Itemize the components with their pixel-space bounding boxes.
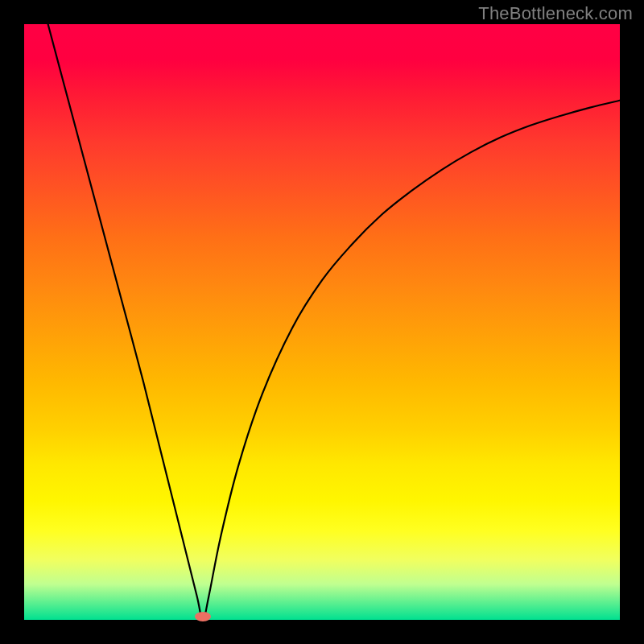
bottleneck-curve: [48, 24, 620, 620]
min-marker-icon: [195, 612, 211, 621]
plot-area: [24, 24, 620, 620]
curve-svg: [24, 24, 620, 620]
chart-frame: TheBottleneck.com: [0, 0, 644, 644]
watermark-text: TheBottleneck.com: [478, 3, 633, 24]
